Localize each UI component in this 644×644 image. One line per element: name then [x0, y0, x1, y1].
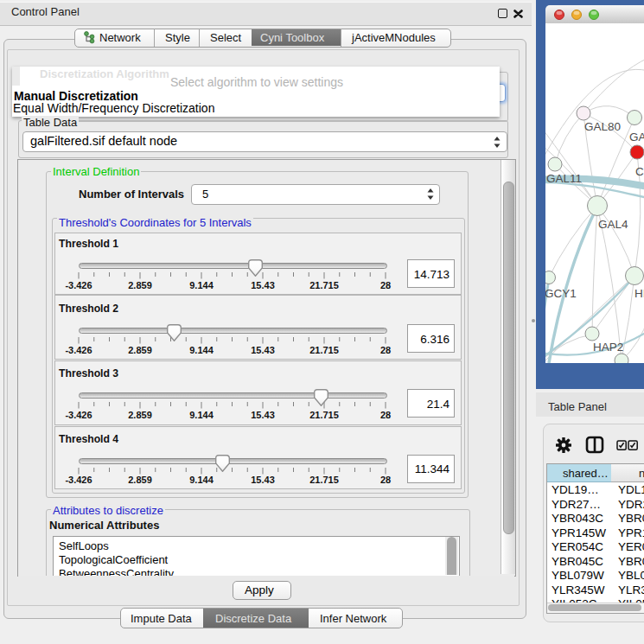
svg-text:GAL4: GAL4	[598, 218, 628, 231]
svg-text:HAP2: HAP2	[593, 341, 623, 354]
svg-text:GAL80: GAL80	[584, 120, 621, 133]
svg-text:GAL2: GAL2	[629, 131, 644, 143]
svg-text:GCY1: GCY1	[545, 287, 577, 300]
svg-text:CLN1: CLN1	[635, 165, 644, 178]
svg-text:GAL11: GAL11	[546, 172, 582, 185]
svg-text:HIS4: HIS4	[634, 287, 644, 300]
